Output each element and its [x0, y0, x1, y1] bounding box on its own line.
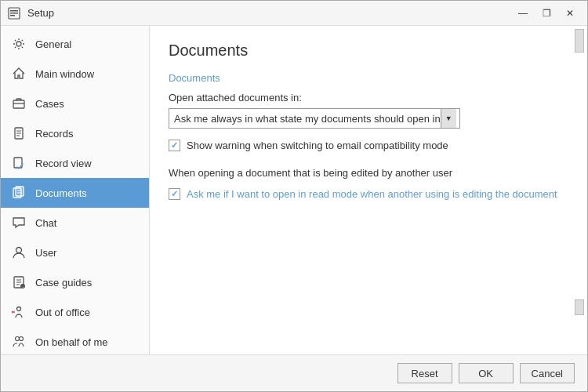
- dropdown-value: Ask me always in what state my documents…: [174, 113, 441, 125]
- svg-rect-3: [10, 15, 15, 16]
- section2-label: When opening a document that is being ed…: [169, 167, 568, 179]
- user-icon: [10, 244, 27, 261]
- checkbox2-label-part2: when another using is editing the docume…: [361, 188, 557, 200]
- sidebar-item-cases[interactable]: Cases: [1, 89, 149, 118]
- read-mode-checkbox[interactable]: [169, 188, 180, 200]
- reset-button[interactable]: Reset: [397, 363, 452, 383]
- documents-icon: [10, 184, 27, 201]
- app-icon: [7, 6, 21, 20]
- dropdown-arrow-icon[interactable]: ▼: [441, 109, 456, 128]
- record-view-icon: [10, 154, 27, 172]
- svg-point-26: [16, 337, 20, 341]
- svg-point-4: [16, 42, 21, 46]
- page-title: Documents: [169, 42, 568, 60]
- sidebar-label-cases: Cases: [35, 98, 64, 110]
- out-of-office-icon: [10, 303, 27, 321]
- window-title: Setup: [27, 7, 512, 19]
- svg-point-16: [16, 248, 22, 253]
- sidebar: General Main window: [1, 26, 150, 354]
- svg-point-25: [12, 311, 14, 314]
- dropdown-wrapper: Ask me always in what state my documents…: [169, 108, 568, 129]
- sidebar-item-case-guides[interactable]: ✓ Case guides: [1, 267, 149, 297]
- sidebar-item-on-behalf-of-me[interactable]: On behalf of me: [1, 327, 149, 354]
- sidebar-item-records[interactable]: Records: [1, 118, 149, 148]
- sidebar-item-out-of-office[interactable]: Out of office: [1, 297, 149, 327]
- maximize-button[interactable]: ❐: [535, 5, 557, 22]
- section1-title: Documents: [169, 72, 568, 84]
- sidebar-label-user: User: [35, 247, 56, 259]
- main-panel: Documents Documents Open attached docume…: [150, 26, 587, 354]
- on-behalf-icon: [10, 333, 27, 350]
- sidebar-label-general: General: [35, 38, 71, 50]
- gear-icon: [10, 35, 27, 53]
- sidebar-label-record-view: Record view: [35, 158, 92, 169]
- ok-button[interactable]: OK: [459, 363, 514, 383]
- sidebar-label-on-behalf-of-me: On behalf of me: [35, 336, 108, 348]
- sidebar-item-documents[interactable]: Documents: [1, 178, 149, 208]
- case-guides-icon: ✓: [10, 274, 27, 291]
- checkbox2-row: Ask me if I want to open in read mode wh…: [169, 188, 568, 200]
- sidebar-label-records: Records: [35, 128, 73, 140]
- sidebar-label-main-window: Main window: [35, 68, 94, 80]
- scroll-indicator-bottom: [575, 299, 584, 315]
- svg-rect-13: [16, 187, 24, 196]
- records-icon: [10, 125, 27, 142]
- svg-rect-2: [10, 13, 18, 14]
- sidebar-label-case-guides: Case guides: [35, 277, 92, 289]
- sidebar-item-user[interactable]: User: [1, 238, 149, 267]
- checkbox1-row: Show warning when switching to email com…: [169, 140, 568, 151]
- sidebar-item-record-view[interactable]: Record view: [1, 148, 149, 178]
- open-attached-label: Open attached documents in:: [169, 92, 568, 103]
- sidebar-item-general[interactable]: General: [1, 29, 149, 59]
- checkbox2-label: Ask me if I want to open in read mode wh…: [187, 188, 557, 200]
- svg-rect-5: [13, 100, 24, 108]
- chat-icon: [10, 214, 27, 231]
- bottom-bar: Reset OK Cancel: [1, 354, 587, 391]
- sidebar-label-chat: Chat: [35, 217, 56, 229]
- show-warning-checkbox[interactable]: [169, 140, 180, 151]
- svg-rect-1: [10, 10, 18, 12]
- svg-point-23: [17, 307, 21, 311]
- checkbox2-label-part1: Ask me if I want to open in read mode: [187, 188, 361, 200]
- sidebar-label-documents: Documents: [35, 187, 87, 199]
- minimize-button[interactable]: —: [512, 5, 534, 22]
- setup-window: Setup — ❐ ✕ General: [0, 0, 588, 392]
- cases-icon: [10, 95, 27, 112]
- home-icon: [10, 65, 27, 82]
- content-area: General Main window: [1, 26, 587, 354]
- svg-point-27: [20, 337, 24, 341]
- sidebar-item-chat[interactable]: Chat: [1, 208, 149, 238]
- window-controls: — ❐ ✕: [512, 5, 581, 22]
- title-bar: Setup — ❐ ✕: [1, 1, 587, 26]
- svg-text:✓: ✓: [22, 285, 24, 289]
- close-button[interactable]: ✕: [559, 5, 581, 22]
- cancel-button[interactable]: Cancel: [520, 363, 575, 383]
- scroll-indicator-top: [575, 29, 584, 53]
- checkbox1-label: Show warning when switching to email com…: [187, 140, 448, 151]
- sidebar-item-main-window[interactable]: Main window: [1, 59, 149, 89]
- document-open-dropdown[interactable]: Ask me always in what state my documents…: [169, 108, 460, 129]
- sidebar-label-out-of-office: Out of office: [35, 307, 90, 318]
